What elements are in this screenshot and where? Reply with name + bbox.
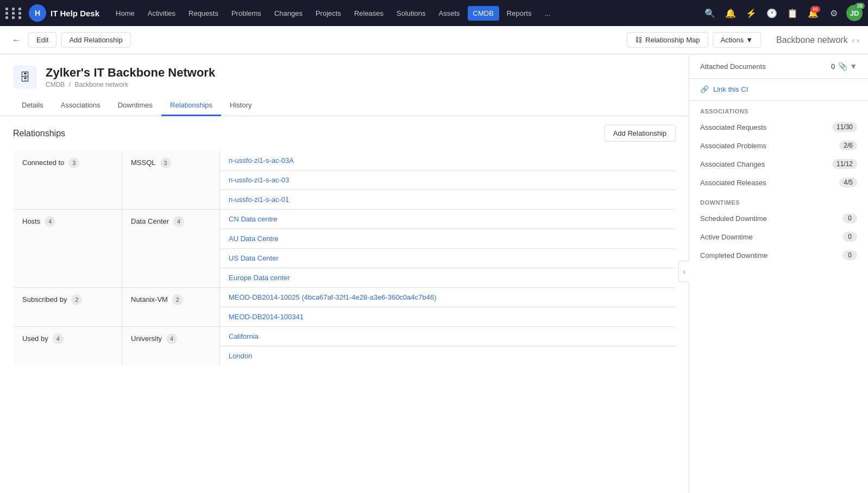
toolbar-right: ⛓ Relationship Map Actions ▼ Backbone ne… (627, 32, 859, 48)
rel-item-link[interactable]: MEOD-DB2014-100341 (229, 313, 304, 321)
nav-link-cmdb[interactable]: CMDB (468, 6, 499, 21)
nav-link-problems[interactable]: Problems (226, 6, 267, 21)
rel-item-link[interactable]: n-ussfo-zi1-s-ac-03A (229, 156, 294, 165)
rel-item-link[interactable]: CN Data centre (229, 215, 278, 223)
nav-link-projects[interactable]: Projects (310, 6, 347, 21)
rel-subtype-label: Nutanix-VM (131, 295, 168, 304)
edit-button[interactable]: Edit (28, 32, 56, 48)
content-area: 🗄 Zylker's IT Backbone Network CMDB / Ba… (0, 54, 689, 493)
page-nav-arrows: ‹ › (852, 36, 859, 45)
nav-link-releases[interactable]: Releases (349, 6, 389, 21)
paperclip-icon[interactable]: 📎 ▼ (838, 62, 857, 71)
rel-subtype-count: 4 (166, 333, 177, 344)
breadcrumb-item: Backbone network (74, 81, 128, 89)
rel-type-label: Connected to (22, 159, 64, 167)
settings-icon[interactable]: ⚙ (826, 5, 842, 21)
add-relationship-button[interactable]: Add Relationship (604, 125, 676, 142)
document-icon[interactable]: 📋 (784, 5, 801, 21)
ci-icon: 🗄 (13, 65, 37, 89)
downtime-label: Active Downtime (700, 233, 753, 241)
tab-associations[interactable]: Associations (52, 96, 109, 116)
rel-subtype-cell: Nutanix-VM2 (122, 288, 220, 327)
lightning-icon[interactable]: ⚡ (743, 5, 759, 21)
rel-item-cell: Europe Data center (220, 268, 676, 288)
relationships-table: Connected to3MSSQL3n-ussfo-zi1-s-ac-03An… (13, 150, 676, 366)
assoc-value: 2/6 (839, 141, 857, 150)
section-title: Relationships (13, 129, 65, 138)
rel-item-link[interactable]: MEOD-DB2014-10025 (4bca67af-32f1-4e28-a3… (229, 293, 436, 301)
back-button[interactable]: ← (9, 32, 24, 48)
app-logo[interactable]: H IT Help Desk (29, 4, 99, 22)
ci-title: Zylker's IT Backbone Network (46, 66, 215, 80)
ci-tabs: DetailsAssociationsDowntimesRelationship… (0, 96, 689, 116)
downtime-label: Scheduled Downtime (700, 214, 767, 223)
rel-type-count: 3 (68, 157, 79, 168)
rel-item-cell: AU Data Centre (220, 229, 676, 249)
downtime-label: Completed Downtime (700, 251, 768, 260)
ci-breadcrumb: CMDB / Backbone network (46, 81, 215, 89)
rel-type-cell: Subscribed by2 (14, 288, 122, 327)
rel-item-link[interactable]: AU Data Centre (229, 235, 279, 243)
actions-chevron-icon: ▼ (746, 36, 753, 44)
apps-grid-icon[interactable] (5, 8, 23, 19)
avatar-badge: 25 (855, 3, 865, 9)
association-row: Associated Releases4/5 (689, 173, 868, 192)
nav-link-requests[interactable]: Requests (183, 6, 224, 21)
page-toolbar: ← Edit Add Relationship ⛓ Relationship M… (0, 26, 868, 54)
tab-details[interactable]: Details (13, 96, 52, 116)
section-header: Relationships Add Relationship (13, 125, 676, 142)
bell-icon[interactable]: 🔔 86 (805, 5, 821, 21)
rel-item-cell: n-ussfo-zi1-s-ac-03A (220, 151, 676, 170)
associations-title: ASSOCIATIONS (689, 100, 868, 118)
attached-documents-label: Attached Documents (700, 62, 766, 71)
search-icon[interactable]: 🔍 (702, 5, 718, 21)
rel-type-cell: Used by4 (14, 327, 122, 366)
attach-right: 0 📎 ▼ (831, 62, 857, 71)
prev-page-arrow[interactable]: ‹ (852, 36, 855, 45)
rel-subtype-cell: MSSQL3 (122, 151, 220, 210)
downtime-row: Scheduled Downtime0 (689, 209, 868, 227)
rel-item-link[interactable]: California (229, 332, 259, 340)
nav-link-assets[interactable]: Assets (433, 6, 466, 21)
downtimes-title: DOWNTIMES (689, 192, 868, 209)
relationship-map-button[interactable]: ⛓ Relationship Map (627, 32, 708, 48)
downtime-row: Completed Downtime0 (689, 246, 868, 264)
rel-subtype-cell: University4 (122, 327, 220, 366)
link-icon: 🔗 (700, 85, 709, 93)
nav-link-activities[interactable]: Activities (142, 6, 181, 21)
association-row: Associated Changes11/12 (689, 155, 868, 173)
nav-link-...[interactable]: ... (539, 6, 556, 21)
nav-links: HomeActivitiesRequestsProblemsChangesPro… (110, 6, 702, 21)
rel-item-link[interactable]: London (229, 352, 252, 360)
tab-downtimes[interactable]: Downtimes (109, 96, 161, 116)
rel-item-cell: US Data Center (220, 249, 676, 268)
link-ci-button[interactable]: 🔗 Link this CI (689, 79, 868, 100)
rel-item-cell: MEOD-DB2014-10025 (4bca67af-32f1-4e28-a3… (220, 288, 676, 307)
nav-link-changes[interactable]: Changes (269, 6, 308, 21)
rel-item-link[interactable]: US Data Center (229, 254, 279, 262)
notifications-icon[interactable]: 🔔 (722, 5, 739, 21)
add-relationship-toolbar-button[interactable]: Add Relationship (61, 32, 130, 48)
rel-item-link[interactable]: n-ussfo-zi1-s-ac-01 (229, 195, 289, 204)
rel-subtype-count: 3 (160, 157, 171, 168)
sidebar-toggle[interactable]: › (678, 261, 689, 282)
nav-link-solutions[interactable]: Solutions (391, 6, 431, 21)
rel-item-link[interactable]: n-ussfo-zi1-s-ac-03 (229, 176, 289, 184)
rel-item-cell: n-ussfo-zi1-s-ac-03 (220, 170, 676, 190)
rel-subtype-label: University (131, 334, 162, 343)
rel-subtype-cell: Data Center4 (122, 210, 220, 288)
rel-type-count: 2 (71, 294, 82, 305)
nav-link-reports[interactable]: Reports (501, 6, 537, 21)
breadcrumb-root[interactable]: CMDB (46, 81, 65, 89)
tab-history[interactable]: History (221, 96, 260, 116)
downtime-value: 0 (842, 213, 857, 223)
next-page-arrow[interactable]: › (857, 36, 859, 45)
actions-button[interactable]: Actions ▼ (713, 32, 762, 48)
table-row: Used by4University4California (14, 327, 676, 346)
rel-item-link[interactable]: Europe Data center (229, 274, 290, 282)
user-avatar[interactable]: JD 25 (846, 5, 863, 21)
relationship-map-icon: ⛓ (635, 36, 642, 44)
nav-link-home[interactable]: Home (110, 6, 140, 21)
history-icon[interactable]: 🕐 (764, 5, 780, 21)
tab-relationships[interactable]: Relationships (161, 96, 221, 116)
